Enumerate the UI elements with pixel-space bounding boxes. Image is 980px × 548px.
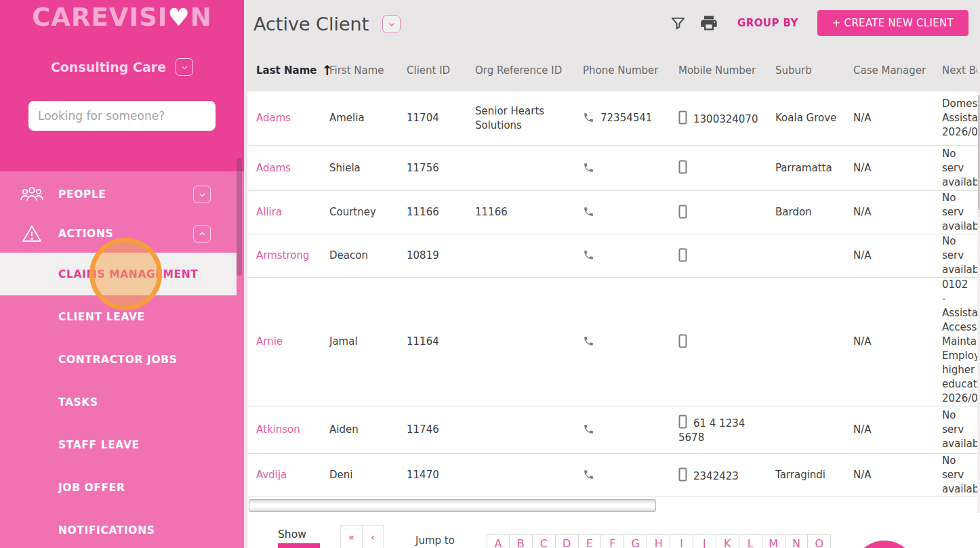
carevision-logo: CAREVISI♥N <box>0 3 244 32</box>
first-page-button[interactable]: « <box>341 526 362 548</box>
view-dropdown-button[interactable] <box>382 15 401 33</box>
table-row[interactable]: ArnieJamal11164N/A0102 - Assista Access … <box>247 278 977 406</box>
column-header-mobile-number[interactable]: Mobile Number <box>678 64 775 77</box>
sidebar-item-notifications[interactable]: NOTIFICATIONS <box>0 509 237 548</box>
table-row[interactable]: AvdijaDeni114702342423TarragindiN/ANo se… <box>247 454 977 497</box>
sidebar-item-contractor-jobs[interactable]: CONTRACTOR JOBS <box>0 338 237 381</box>
table-row[interactable]: ArmstrongDeacon10819N/ANo serv availab <box>247 234 977 278</box>
alphabet-filter-button[interactable]: M <box>762 534 785 548</box>
alphabet-filter: ABCDEFGHIJKLMNO <box>487 534 831 548</box>
org-dropdown-button[interactable] <box>176 58 193 76</box>
sidebar-scrollbar[interactable] <box>237 158 242 276</box>
cell-client-id: 11746 <box>407 423 475 437</box>
people-expand-button[interactable] <box>193 186 211 203</box>
cell-mobile <box>678 248 775 264</box>
column-header-phone-number[interactable]: Phone Number <box>583 64 678 77</box>
client-last-name-link[interactable]: Armstrong <box>256 249 310 261</box>
chat-button[interactable] <box>852 541 917 548</box>
carevision-app: CAREVISI♥N Consulting Care PEOPLE <box>0 0 980 548</box>
cell-last-name: Armstrong <box>256 249 329 263</box>
cell-client-id: 11470 <box>407 468 475 482</box>
sidebar-item-job-offer[interactable]: JOB OFFER <box>0 466 237 509</box>
cell-next-booking: No serv availab <box>942 408 977 451</box>
alphabet-filter-button[interactable]: J <box>693 534 716 548</box>
alphabet-filter-button[interactable]: F <box>601 534 624 548</box>
cell-client-id: 11166 <box>407 205 475 219</box>
cell-next-booking: No serv availab <box>942 234 977 277</box>
column-header-suburb[interactable]: Suburb <box>775 64 853 77</box>
alphabet-filter-button[interactable]: D <box>556 534 579 548</box>
warning-icon <box>19 224 45 243</box>
filter-button[interactable] <box>670 16 686 31</box>
client-last-name-link[interactable]: Arnie <box>256 335 283 347</box>
sidebar-item-people[interactable]: PEOPLE <box>0 175 237 214</box>
cell-last-name: Allira <box>256 205 329 219</box>
cell-next-booking: No serv availab <box>942 454 977 497</box>
horizontal-scrollbar[interactable] <box>249 499 656 512</box>
print-button[interactable] <box>699 14 718 33</box>
cell-suburb: Parramatta <box>775 161 853 175</box>
alphabet-filter-button[interactable]: A <box>487 534 510 548</box>
client-last-name-link[interactable]: Atkinson <box>256 423 300 436</box>
sidebar-item-tasks[interactable]: TASKS <box>0 381 237 423</box>
table-row[interactable]: AdamsShiela11756ParramattaN/ANo serv ava… <box>247 146 977 191</box>
column-header-last-name[interactable]: Last Name↑ <box>256 64 329 77</box>
page-size-select[interactable] <box>278 543 320 548</box>
alphabet-filter-button[interactable]: C <box>533 534 556 548</box>
organisation-selector[interactable]: Consulting Care <box>0 58 244 76</box>
create-new-client-button[interactable]: + CREATE NEW CLIENT <box>817 10 968 36</box>
chevron-up-icon <box>198 230 207 238</box>
cell-client-id: 11704 <box>407 111 475 125</box>
page-title: Active Client <box>253 14 369 35</box>
mobile-icon <box>678 248 687 262</box>
previous-page-button[interactable]: ‹ <box>362 526 383 548</box>
group-by-button[interactable]: GROUP BY <box>737 17 798 29</box>
jump-to-label: Jump to <box>415 534 455 547</box>
search-input[interactable] <box>28 101 216 131</box>
cell-case-manager: N/A <box>853 468 942 482</box>
alphabet-filter-button[interactable]: L <box>739 534 762 548</box>
client-last-name-link[interactable]: Adams <box>256 162 291 174</box>
actions-collapse-button[interactable] <box>193 225 211 243</box>
client-last-name-link[interactable]: Allira <box>256 206 282 218</box>
phone-icon <box>583 162 594 173</box>
submenu-label: TASKS <box>58 396 98 408</box>
column-header-client-id[interactable]: Client ID <box>407 64 475 77</box>
client-last-name-link[interactable]: Avdija <box>256 469 287 481</box>
phone-icon <box>583 112 594 123</box>
table-row[interactable]: AtkinsonAiden1174661 4 1234 5678N/ANo se… <box>247 406 977 454</box>
sidebar-item-client-leave[interactable]: CLIENT LEAVE <box>0 295 237 338</box>
sidebar-item-staff-leave[interactable]: STAFF LEAVE <box>0 423 237 466</box>
alphabet-filter-button[interactable]: N <box>785 534 809 548</box>
cell-next-booking: 0102 - Assista Access Mainta Employ high… <box>942 278 977 406</box>
alphabet-filter-button[interactable]: G <box>624 534 647 548</box>
vertical-scrollbar[interactable] <box>977 91 980 513</box>
pagination: « ‹ <box>340 525 384 548</box>
alphabet-filter-button[interactable]: I <box>670 534 693 548</box>
column-header-case-manager[interactable]: Case Manager <box>853 64 942 77</box>
column-header-next-booking[interactable]: Next Boo <box>942 64 977 77</box>
mobile-icon <box>678 160 687 174</box>
phone-icon <box>583 249 594 261</box>
alphabet-filter-button[interactable]: B <box>510 534 533 548</box>
alphabet-filter-button[interactable]: K <box>716 534 739 548</box>
cell-phone <box>583 423 678 437</box>
alphabet-filter-button[interactable]: E <box>579 534 602 548</box>
table-row[interactable]: AlliraCourtney1116611166BardonN/ANo serv… <box>247 191 977 234</box>
sidebar-item-claims-management[interactable]: CLAIMS MANAGEMENT <box>0 253 237 295</box>
cell-suburb: Bardon <box>775 205 853 219</box>
cell-client-id: 11164 <box>407 335 475 349</box>
table-row[interactable]: AdamsAmelia11704Senior Hearts Solutions7… <box>247 91 977 146</box>
sidebar-item-actions[interactable]: ACTIONS <box>0 214 237 253</box>
cell-first-name: Courtney <box>329 205 407 219</box>
sidebar-item-label: PEOPLE <box>58 188 106 201</box>
submenu-label: CLAIMS MANAGEMENT <box>58 268 198 280</box>
alphabet-filter-button[interactable]: H <box>647 534 670 548</box>
column-header-org-reference-id[interactable]: Org Reference ID <box>475 64 583 77</box>
column-header-first-name[interactable]: First Name <box>329 64 407 77</box>
sidebar-item-label: ACTIONS <box>58 228 113 240</box>
printer-icon <box>699 14 718 33</box>
cell-suburb: Tarragindi <box>775 468 853 482</box>
client-last-name-link[interactable]: Adams <box>256 112 291 124</box>
alphabet-filter-button[interactable]: O <box>808 534 831 548</box>
